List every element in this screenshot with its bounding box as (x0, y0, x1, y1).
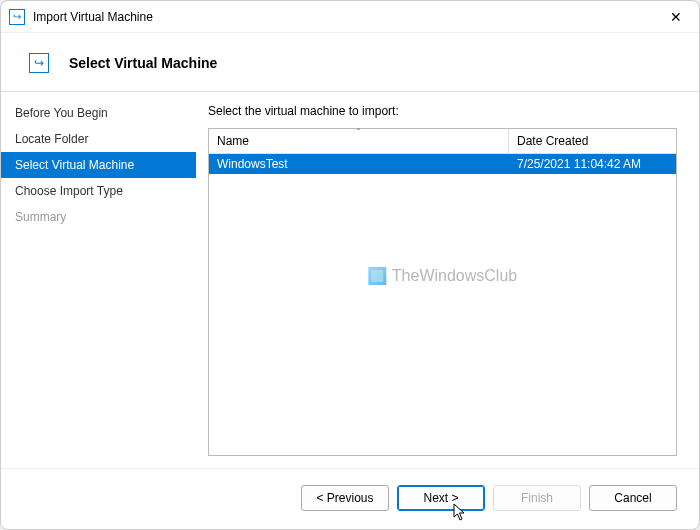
close-button[interactable]: ✕ (653, 1, 699, 33)
watermark: TheWindowsClub (368, 267, 517, 285)
sidebar-item-select-virtual-machine[interactable]: Select Virtual Machine (1, 152, 196, 178)
dialog-window: ↪ Import Virtual Machine ✕ ↪ Select Virt… (0, 0, 700, 530)
sort-indicator-icon: ⌃ (355, 127, 362, 136)
close-icon: ✕ (670, 9, 682, 25)
cell-name: WindowsTest (209, 154, 509, 174)
sidebar-item-before-you-begin[interactable]: Before You Begin (1, 100, 196, 126)
sidebar-item-choose-import-type[interactable]: Choose Import Type (1, 178, 196, 204)
app-icon: ↪ (9, 9, 25, 25)
finish-button: Finish (493, 485, 581, 511)
watermark-icon (368, 267, 386, 285)
cell-date: 7/25/2021 11:04:42 AM (509, 154, 676, 174)
page-title: Select Virtual Machine (69, 55, 217, 71)
main-panel: Select the virtual machine to import: ⌃ … (196, 92, 699, 468)
vm-list[interactable]: ⌃ Name Date Created WindowsTest 7/25/202… (208, 128, 677, 456)
next-button[interactable]: Next > (397, 485, 485, 511)
window-title: Import Virtual Machine (33, 10, 653, 24)
wizard-footer: < Previous Next > Finish Cancel (1, 468, 699, 529)
watermark-text: TheWindowsClub (392, 267, 517, 285)
import-icon: ↪ (29, 53, 49, 73)
wizard-header: ↪ Select Virtual Machine (1, 33, 699, 91)
cancel-button[interactable]: Cancel (589, 485, 677, 511)
column-header-date[interactable]: Date Created (509, 129, 676, 153)
wizard-steps: Before You Begin Locate Folder Select Vi… (1, 92, 196, 468)
titlebar: ↪ Import Virtual Machine ✕ (1, 1, 699, 33)
column-header-name[interactable]: ⌃ Name (209, 129, 509, 153)
prompt-text: Select the virtual machine to import: (208, 104, 677, 118)
column-name-label: Name (217, 134, 249, 148)
list-header: ⌃ Name Date Created (209, 129, 676, 154)
column-date-label: Date Created (517, 134, 588, 148)
sidebar-item-locate-folder[interactable]: Locate Folder (1, 126, 196, 152)
table-row[interactable]: WindowsTest 7/25/2021 11:04:42 AM (209, 154, 676, 174)
sidebar-item-summary[interactable]: Summary (1, 204, 196, 230)
previous-button[interactable]: < Previous (301, 485, 389, 511)
wizard-body: Before You Begin Locate Folder Select Vi… (1, 91, 699, 468)
